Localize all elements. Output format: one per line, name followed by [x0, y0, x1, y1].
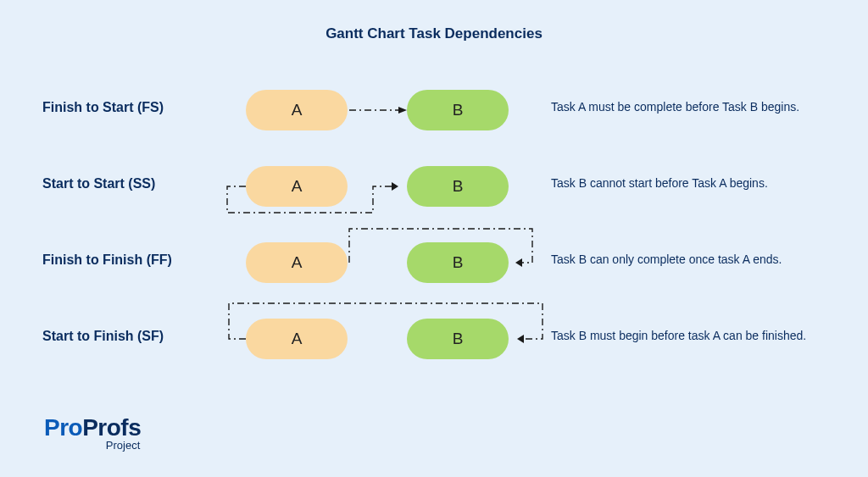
- dependency-label: Start to Start (SS): [42, 176, 229, 191]
- connector-fs-icon: [348, 90, 407, 130]
- task-b-pill: B: [407, 90, 509, 130]
- svg-marker-1: [398, 107, 407, 114]
- task-b-pill: B: [407, 166, 509, 207]
- svg-marker-4: [515, 258, 522, 267]
- diagram-content: Finish to Start (FS) A B Task A must be …: [42, 85, 826, 390]
- dependency-row-fs: Finish to Start (FS) A B Task A must be …: [42, 85, 826, 161]
- dependency-desc: Task B cannot start before Task A begins…: [551, 176, 768, 190]
- dependency-row-sf: Start to Finish (SF) A B Task B must beg…: [42, 313, 826, 390]
- task-b-pill: B: [407, 319, 509, 359]
- dependency-label: Finish to Finish (FF): [42, 252, 229, 268]
- task-a-pill: A: [246, 242, 348, 283]
- svg-marker-6: [392, 182, 398, 191]
- task-b-pill: B: [407, 242, 509, 283]
- dependency-desc: Task B can only complete once task A end…: [551, 252, 782, 266]
- logo: ProProfs Project: [44, 414, 141, 452]
- task-a-pill: A: [246, 90, 348, 130]
- logo-part1: Pro: [44, 414, 82, 441]
- dependency-label: Start to Finish (SF): [42, 329, 229, 344]
- dependency-desc: Task A must be complete before Task B be…: [551, 100, 799, 114]
- dependency-label: Finish to Start (FS): [42, 100, 229, 115]
- logo-text: ProProfs: [44, 414, 141, 441]
- svg-marker-5: [517, 335, 524, 343]
- connector-ss-icon: [220, 166, 412, 219]
- diagram-title: Gantt Chart Task Dependencies: [0, 25, 868, 42]
- dependency-desc: Task B must begin before task A can be f…: [551, 329, 806, 342]
- logo-part2: Profs: [82, 414, 141, 441]
